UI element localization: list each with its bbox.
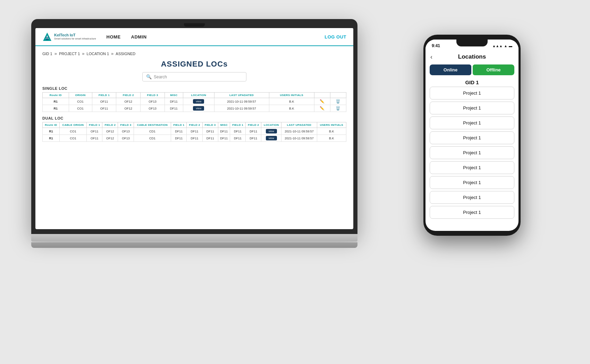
list-item[interactable]: Project 1 [430, 161, 514, 174]
dtd-misc: DF11 [218, 135, 230, 142]
dtd-route-id: R1 [43, 128, 60, 135]
view-button[interactable]: view [193, 106, 204, 111]
td-field2: OF12 [116, 105, 141, 112]
td-field1: OF11 [92, 105, 116, 112]
laptop-screen: KelTech IoT Smart solutions for smart in… [35, 28, 353, 229]
breadcrumb-sep-1: » [54, 51, 57, 56]
td-route-id: R1 [43, 98, 69, 105]
td-field2: OF12 [116, 98, 141, 105]
battery-icon: ▬ [509, 44, 512, 48]
breadcrumb-assigned: ASSIGNED [116, 52, 135, 56]
dtd-initials: B.K [317, 135, 346, 142]
phone-list: Project 1 Project 1 Project 1 Project 1 … [425, 87, 519, 231]
list-item[interactable]: Project 1 [430, 146, 514, 159]
breadcrumb: GID 1 » PROJECT 1 » LOCATION 1 » ASSIGNE… [42, 51, 346, 56]
nav-admin[interactable]: ADMIN [131, 34, 147, 40]
logo-brand: KelTech IoT [54, 33, 96, 37]
list-item[interactable]: Project 1 [430, 116, 514, 129]
nav-home[interactable]: HOME [107, 34, 121, 40]
wifi-icon: ▲ [504, 44, 507, 48]
th-field3: FIELD 3 [141, 93, 165, 98]
delete-button[interactable]: 🗑️ [335, 99, 341, 104]
td-field3: OF13 [141, 105, 165, 112]
dtd-timestamp: 2021-10-11 09:59:57 [281, 128, 317, 135]
view-button[interactable]: view [193, 99, 204, 104]
dual-loc-table: Route ID CABLE ORIGIN FIELD 1 FIELD 2 FI… [42, 122, 346, 142]
dth-users-initials: USERS INITIALS [317, 122, 346, 128]
list-item[interactable]: Project 1 [430, 191, 514, 204]
dtd-cable-origin: CO1 [59, 128, 86, 135]
single-loc-table: Route ID ORIGIN FIELD 1 FIELD 2 FIELD 3 … [42, 92, 346, 112]
dth-last-updated: LAST UPADATED [281, 122, 317, 128]
list-item[interactable]: Project 1 [430, 131, 514, 144]
toggle-offline-button[interactable]: Offline [473, 64, 514, 75]
laptop-base [31, 234, 357, 242]
dtd-cable-dest: CD1 [134, 128, 171, 135]
edit-button[interactable]: ✏️ [319, 106, 325, 111]
th-field1: FIELD 1 [92, 93, 116, 98]
dth-dfield3: FIELD 3 [202, 122, 218, 128]
list-item[interactable]: Project 1 [430, 206, 514, 219]
dtd-dfield3: DF11 [202, 135, 218, 142]
th-misc: MISC [165, 93, 183, 98]
breadcrumb-sep-3: » [111, 51, 113, 56]
th-route-id: Route ID [43, 93, 69, 98]
table-row: R1 CO1 OF11 OF12 OF13 DF11 view 2021-10-… [43, 105, 346, 112]
td-delete-cell[interactable]: 🗑️ [330, 98, 346, 105]
th-delete [330, 93, 346, 98]
phone-gid-label: GID 1 [425, 77, 519, 87]
back-button[interactable]: ‹ [430, 53, 432, 61]
phone-toggle-row: Online Offline [430, 64, 514, 75]
edit-button[interactable]: ✏️ [319, 99, 325, 104]
dtd-mfield2: DF11 [246, 135, 261, 142]
dtd-dfield2: DF11 [187, 135, 202, 142]
th-users-initials: USERS INITIALS [269, 93, 314, 98]
dtd-field1: OF11 [87, 128, 102, 135]
laptop-notch [184, 23, 205, 27]
list-item[interactable]: Project 1 [430, 102, 514, 114]
dth-mfield1: FIELD 1 [230, 122, 246, 128]
dth-route-id: Route ID [43, 122, 60, 128]
laptop-body: KelTech IoT Smart solutions for smart in… [31, 19, 357, 234]
td-field3: OF13 [141, 98, 165, 105]
dth-dfield1: FIELD 1 [171, 122, 187, 128]
toggle-online-button[interactable]: Online [430, 64, 471, 75]
dtd-route-id: R1 [43, 135, 60, 142]
dtd-dfield1: DF11 [171, 128, 187, 135]
dtd-dfield2: DF11 [187, 128, 202, 135]
dtd-cable-origin: CO1 [59, 135, 86, 142]
dtd-cable-dest: CD1 [134, 135, 171, 142]
page-title: ASSIGNED LOCs [42, 60, 346, 69]
dth-dfield2: FIELD 2 [187, 122, 202, 128]
td-origin: CO1 [69, 105, 92, 112]
dtd-location[interactable]: view [261, 128, 281, 135]
breadcrumb-sep-2: » [82, 51, 84, 56]
status-icons: ▲▲▲ ▲ ▬ [492, 44, 512, 48]
td-timestamp: 2021-10-11 09:59:57 [214, 98, 269, 105]
td-edit-cell[interactable]: ✏️ [314, 98, 330, 105]
app-navbar: KelTech IoT Smart solutions for smart in… [35, 28, 353, 46]
nav-logout[interactable]: LOG OUT [324, 34, 346, 40]
td-delete-cell[interactable]: 🗑️ [330, 105, 346, 112]
search-box[interactable]: 🔍 Search [142, 72, 246, 81]
delete-button[interactable]: 🗑️ [335, 106, 341, 111]
dual-view-button[interactable]: view [266, 129, 277, 133]
dual-view-button[interactable]: view [266, 136, 277, 140]
dtd-location[interactable]: view [261, 135, 281, 142]
td-origin: CO1 [69, 98, 92, 105]
list-item[interactable]: Project 1 [430, 176, 514, 189]
td-edit-cell[interactable]: ✏️ [314, 105, 330, 112]
search-icon: 🔍 [146, 74, 152, 79]
list-item[interactable]: Project 1 [430, 87, 514, 99]
dtd-field2: OF12 [102, 128, 118, 135]
td-location[interactable]: view [183, 98, 214, 105]
phone-body: 9:41 ▲▲▲ ▲ ▬ ‹ Locations Online Offline … [423, 35, 521, 236]
dth-misc: MISC [218, 122, 230, 128]
th-location: LOCATION [183, 93, 214, 98]
td-route-id: R1 [43, 105, 69, 112]
td-timestamp: 2021-10-11 09:59:57 [214, 105, 269, 112]
td-location[interactable]: view [183, 105, 214, 112]
dtd-mfield1: DF11 [230, 135, 246, 142]
dth-field2: FIELD 2 [102, 122, 118, 128]
dth-cable-origin: CABLE ORIGIN [59, 122, 86, 128]
